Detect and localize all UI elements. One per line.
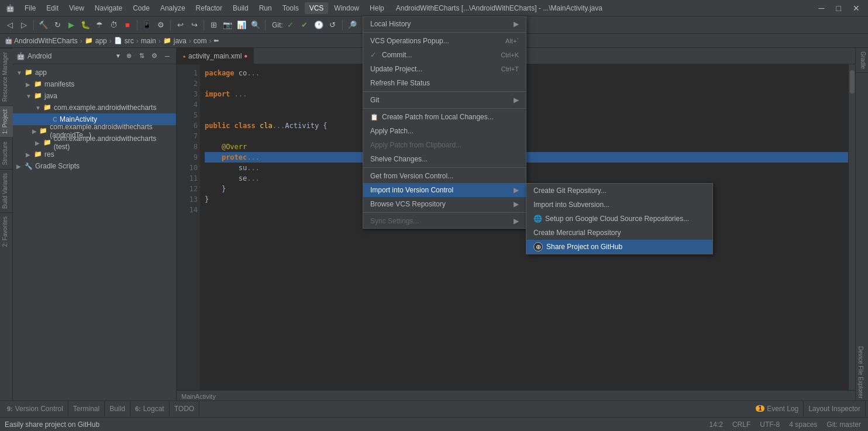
git-update-btn[interactable]: ✓ [284, 19, 297, 32]
vcs-create-patch[interactable]: 📋 Create Patch from Local Changes... [363, 110, 526, 124]
project-add-btn[interactable]: ⊕ [123, 51, 134, 61]
menu-help[interactable]: Help [365, 2, 389, 14]
tree-manifests[interactable]: ▶ 📁 manifests [13, 78, 176, 90]
tree-java[interactable]: ▼ 📁 java [13, 90, 176, 102]
menu-view[interactable]: View [64, 2, 89, 14]
toolbar-sync-btn[interactable]: ↻ [51, 19, 64, 32]
scrollbar-vertical[interactable] [848, 64, 855, 402]
project-settings-btn[interactable]: ⚙ [149, 51, 160, 61]
breadcrumb-java[interactable]: java [174, 37, 187, 45]
toolbar-stop-btn[interactable]: ■ [121, 19, 134, 32]
tab-todo[interactable]: TODO [170, 401, 199, 416]
toolbar-profile-btn[interactable]: ⏱ [107, 19, 120, 32]
git-rollback-btn[interactable]: ↺ [326, 19, 339, 32]
vcs-browse-vcs[interactable]: Browse VCS Repository ▶ [363, 197, 526, 211]
toolbar-profiler-btn[interactable]: 📊 [235, 19, 248, 32]
menu-run[interactable]: Run [254, 2, 277, 14]
tree-com-test-label: com.example.androidwithecharts (test) [54, 135, 174, 151]
menu-tools[interactable]: Tools [278, 2, 304, 14]
sidebar-gradle[interactable]: Gradle [856, 48, 868, 73]
toolbar-search-btn[interactable]: 🔎 [346, 19, 359, 32]
menu-edit[interactable]: Edit [42, 2, 63, 14]
toolbar-undo-btn[interactable]: ↩ [174, 19, 187, 32]
toolbar-coverage-btn[interactable]: ☂ [93, 19, 106, 32]
toolbar-avd-btn[interactable]: 📱 [140, 19, 153, 32]
toolbar-analyze-btn[interactable]: 🔍 [249, 19, 262, 32]
editor-tab-activity[interactable]: ⬥ activity_main.xml ● [177, 48, 254, 64]
tree-app[interactable]: ▼ 📁 app [13, 67, 176, 78]
tree-com-test[interactable]: ▶ 📁 com.example.androidwithecharts (test… [13, 137, 176, 149]
sidebar-build-variants[interactable]: Build Variants [0, 169, 13, 212]
vcs-shelve[interactable]: Shelve Changes... [363, 152, 526, 166]
tab-version-control[interactable]: 9: Version Control [2, 401, 68, 416]
tab-build[interactable]: Build [105, 401, 130, 416]
close-button[interactable]: ✕ [849, 2, 863, 14]
tree-gradle[interactable]: ▶ 🔧 Gradle Scripts [13, 160, 176, 172]
menu-analyze[interactable]: Analyze [156, 2, 190, 14]
breadcrumb-app[interactable]: app [95, 37, 107, 45]
toolbar-run-btn[interactable]: ▶ [65, 19, 78, 32]
sidebar-structure[interactable]: Structure [0, 137, 13, 169]
menu-vcs[interactable]: VCS [305, 2, 329, 14]
toolbar-capture-btn[interactable]: 📷 [221, 19, 234, 32]
breadcrumb-com[interactable]: com [194, 37, 207, 45]
setup-gcp[interactable]: 🌐 Setup on Google Cloud Source Repositor… [526, 212, 712, 226]
sidebar-device-file-explorer[interactable]: Device File Explorer [856, 343, 866, 402]
vcs-refresh[interactable]: Refresh File Status [363, 76, 526, 90]
tab-layout-inspector[interactable]: Layout Inspector [804, 401, 866, 416]
sidebar-project[interactable]: 1: Project [0, 105, 13, 137]
vcs-update[interactable]: Update Project... Ctrl+T [363, 62, 526, 76]
toolbar-forward-btn[interactable]: ▷ [18, 19, 30, 32]
vcs-local-history[interactable]: Local History ▶ [363, 17, 526, 31]
git-commit-btn[interactable]: ✔ [298, 19, 311, 32]
minimize-button[interactable]: ─ [815, 2, 828, 14]
project-selector[interactable]: 🤖 AndroidWithECharts [5, 37, 78, 45]
project-sync-btn[interactable]: ⇅ [136, 51, 147, 61]
toolbar-build-btn[interactable]: 🔨 [37, 19, 50, 32]
vcs-apply-patch-clipboard: Apply Patch from Clipboard... [363, 138, 526, 152]
maximize-button[interactable]: □ [833, 2, 845, 14]
sidebar-resource-manager[interactable]: Resource Manager [0, 48, 13, 105]
git-label: Git: [272, 21, 283, 29]
gcp-icon: 🌐 [533, 215, 542, 223]
menu-bar: 🤖 File Edit View Navigate Code Analyze R… [0, 0, 868, 16]
status-git[interactable]: Git: master [824, 418, 863, 432]
toolbar-layout-btn[interactable]: ⊞ [207, 19, 220, 32]
breadcrumb-main[interactable]: main [141, 37, 156, 45]
vcs-apply-patch[interactable]: Apply Patch... [363, 124, 526, 138]
toolbar-back-btn[interactable]: ◁ [4, 19, 16, 32]
menu-window[interactable]: Window [329, 2, 364, 14]
toolbar-sdk-btn[interactable]: ⚙ [154, 19, 167, 32]
vcs-get-vcs[interactable]: Get from Version Control... [363, 169, 526, 183]
git-history-btn[interactable]: 🕐 [312, 19, 325, 32]
breadcrumb-project[interactable]: AndroidWithECharts [14, 37, 78, 45]
status-encoding[interactable]: UTF-8 [757, 418, 782, 432]
import-svn[interactable]: Import into Subversion... [526, 198, 712, 212]
menu-file[interactable]: File [20, 2, 40, 14]
status-indent[interactable]: 4 spaces [787, 418, 819, 432]
tree-com-main[interactable]: ▼ 📁 com.example.androidwithecharts [13, 102, 176, 113]
local-history-arrow: ▶ [514, 20, 519, 28]
scrollbar-thumb[interactable] [850, 70, 855, 94]
vcs-import-vcs[interactable]: Import into Version Control ▶ Create Git… [363, 183, 526, 197]
toolbar-debug-btn[interactable]: 🐛 [79, 19, 92, 32]
status-position[interactable]: 14:2 [707, 418, 725, 432]
breadcrumb-src[interactable]: src [125, 37, 134, 45]
sidebar-favorites[interactable]: 2: Favorites [0, 212, 13, 250]
menu-code[interactable]: Code [128, 2, 154, 14]
status-crlf[interactable]: CRLF [730, 418, 753, 432]
project-close-btn[interactable]: ─ [162, 51, 173, 61]
tab-logcat[interactable]: 6: Logcat [130, 401, 170, 416]
tab-terminal[interactable]: Terminal [68, 401, 105, 416]
vcs-git[interactable]: Git ▶ [363, 93, 526, 107]
toolbar-redo-btn[interactable]: ↪ [188, 19, 201, 32]
tab-event-log[interactable]: 1 Event Log [751, 401, 804, 416]
create-git-repo[interactable]: Create Git Repository... [526, 184, 712, 198]
create-mercurial[interactable]: Create Mercurial Repository [526, 226, 712, 240]
menu-navigate[interactable]: Navigate [90, 2, 127, 14]
share-github[interactable]: ⊕ Share Project on GitHub [526, 240, 712, 254]
menu-build[interactable]: Build [228, 2, 253, 14]
vcs-ops-popup[interactable]: VCS Operations Popup... Alt+` [363, 34, 526, 48]
vcs-commit[interactable]: ✓ Commit... Ctrl+K [363, 48, 526, 62]
menu-refactor[interactable]: Refactor [191, 2, 227, 14]
